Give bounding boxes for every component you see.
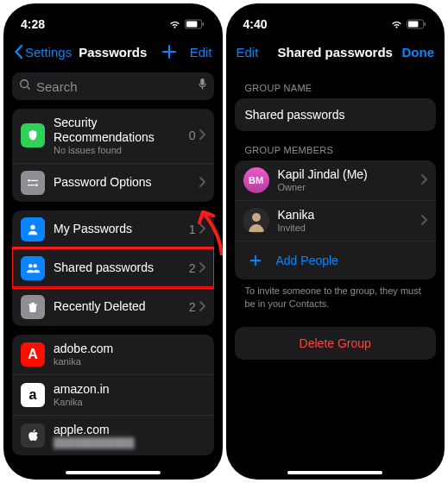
nav-bar: Settings Passwords Edit bbox=[3, 34, 223, 69]
wifi-icon bbox=[168, 20, 181, 29]
chevron-right-icon bbox=[421, 172, 427, 188]
row-label: Security Recommendations bbox=[54, 116, 189, 145]
svg-point-16 bbox=[252, 213, 261, 222]
search-icon bbox=[19, 78, 31, 94]
row-sublabel: No issues found bbox=[54, 145, 189, 156]
plus-icon bbox=[243, 248, 268, 273]
status-icons bbox=[390, 19, 427, 29]
site-label: adobe.com bbox=[54, 342, 205, 356]
adobe-icon: A bbox=[21, 342, 45, 367]
status-icons bbox=[168, 19, 205, 29]
member-name: Kapil Jindal (Me) bbox=[278, 167, 422, 182]
avatar-initials: BM bbox=[243, 167, 269, 193]
svg-point-10 bbox=[28, 264, 32, 267]
chevron-right-icon bbox=[199, 128, 205, 143]
row-label: My Passwords bbox=[54, 222, 189, 236]
chevron-right-icon bbox=[199, 260, 205, 276]
group-sites: A adobe.com kanika a amazon.in Kanika ap… bbox=[12, 335, 214, 455]
site-account-redacted: ████████████ bbox=[54, 437, 205, 448]
svg-rect-14 bbox=[425, 22, 426, 26]
svg-rect-4 bbox=[200, 78, 204, 85]
svg-rect-1 bbox=[186, 21, 196, 27]
row-password-options[interactable]: Password Options bbox=[12, 163, 214, 202]
member-role: Owner bbox=[278, 182, 422, 193]
group-members-header: GROUP MEMBERS bbox=[226, 131, 445, 160]
group-members-list: BM Kapil Jindal (Me) Owner Kanika Invite… bbox=[235, 160, 437, 279]
battery-icon bbox=[407, 19, 427, 29]
group-name-field[interactable]: Shared passwords bbox=[235, 98, 437, 131]
status-time: 4:40 bbox=[243, 17, 268, 31]
back-button[interactable]: Settings bbox=[14, 44, 72, 60]
home-indicator[interactable] bbox=[66, 471, 161, 474]
row-site-adobe[interactable]: A adobe.com kanika bbox=[12, 335, 214, 374]
done-button[interactable]: Done bbox=[402, 45, 435, 60]
phone-left: 4:28 Settings Passwords Edit Search bbox=[3, 3, 223, 480]
options-icon bbox=[21, 171, 45, 195]
svg-rect-13 bbox=[408, 21, 419, 27]
chevron-left-icon bbox=[14, 44, 23, 60]
amazon-icon: a bbox=[21, 383, 45, 407]
row-label: Password Options bbox=[54, 175, 199, 190]
search-placeholder: Search bbox=[36, 79, 198, 94]
chevron-right-icon bbox=[199, 175, 205, 191]
edit-button[interactable]: Edit bbox=[237, 45, 259, 60]
svg-point-11 bbox=[33, 264, 36, 267]
row-my-passwords[interactable]: My Passwords 1 bbox=[12, 210, 214, 248]
chevron-right-icon bbox=[421, 213, 427, 229]
search-field[interactable]: Search bbox=[12, 72, 214, 100]
row-label: Recently Deleted bbox=[54, 299, 189, 314]
svg-rect-2 bbox=[202, 22, 203, 26]
person-icon bbox=[21, 217, 45, 242]
row-count: 2 bbox=[189, 300, 196, 314]
nav-bar: Edit Shared passwords Done bbox=[226, 34, 445, 69]
battery-icon bbox=[185, 19, 205, 29]
avatar-image bbox=[243, 208, 269, 234]
phone-right: 4:40 Edit Shared passwords Done GROUP NA… bbox=[226, 3, 445, 480]
status-bar: 4:40 bbox=[226, 3, 445, 34]
wifi-icon bbox=[390, 20, 403, 29]
site-label: amazon.in bbox=[54, 382, 205, 397]
delete-group-button[interactable]: Delete Group bbox=[235, 327, 437, 360]
add-button[interactable] bbox=[161, 43, 178, 60]
add-people-label: Add People bbox=[276, 254, 338, 268]
people-icon bbox=[21, 256, 45, 280]
svg-point-7 bbox=[35, 184, 38, 186]
row-label: Shared passwords bbox=[54, 260, 189, 275]
svg-rect-6 bbox=[30, 179, 38, 180]
home-indicator[interactable] bbox=[287, 471, 382, 474]
member-role: Invited bbox=[278, 223, 422, 234]
svg-point-9 bbox=[30, 225, 35, 229]
row-member-owner[interactable]: BM Kapil Jindal (Me) Owner bbox=[235, 160, 437, 200]
status-bar: 4:28 bbox=[3, 3, 223, 34]
svg-point-5 bbox=[28, 179, 30, 182]
trash-icon bbox=[21, 295, 45, 319]
row-count: 1 bbox=[189, 223, 196, 236]
plus-icon bbox=[161, 43, 178, 60]
row-recently-deleted[interactable]: Recently Deleted 2 bbox=[12, 287, 214, 326]
row-count: 2 bbox=[189, 261, 196, 275]
member-name: Kanika bbox=[278, 208, 422, 223]
site-account: Kanika bbox=[54, 397, 205, 408]
group-recommendations: Security Recommendations No issues found… bbox=[12, 109, 214, 202]
group-password-lists: My Passwords 1 Shared passwords 2 Recent… bbox=[12, 210, 214, 326]
svg-rect-8 bbox=[28, 185, 35, 185]
group-name-header: GROUP NAME bbox=[226, 69, 445, 98]
apple-icon bbox=[21, 423, 45, 448]
chevron-right-icon bbox=[199, 222, 205, 237]
row-shared-passwords[interactable]: Shared passwords 2 bbox=[12, 248, 214, 287]
row-site-amazon[interactable]: a amazon.in Kanika bbox=[12, 374, 214, 415]
invite-hint: To invite someone to the group, they mus… bbox=[226, 279, 445, 311]
shield-icon bbox=[21, 123, 45, 147]
row-count: 0 bbox=[189, 129, 196, 142]
row-security-recommendations[interactable]: Security Recommendations No issues found… bbox=[12, 109, 214, 163]
chevron-right-icon bbox=[199, 299, 205, 315]
row-site-apple[interactable]: apple.com ████████████ bbox=[12, 415, 214, 455]
row-add-people[interactable]: Add People bbox=[235, 241, 437, 279]
site-account: kanika bbox=[54, 356, 205, 367]
status-time: 4:28 bbox=[21, 17, 45, 31]
row-member[interactable]: Kanika Invited bbox=[235, 200, 437, 241]
edit-button[interactable]: Edit bbox=[190, 45, 212, 60]
mic-icon[interactable] bbox=[198, 78, 207, 95]
back-label: Settings bbox=[25, 45, 72, 60]
site-label: apple.com bbox=[54, 423, 205, 437]
